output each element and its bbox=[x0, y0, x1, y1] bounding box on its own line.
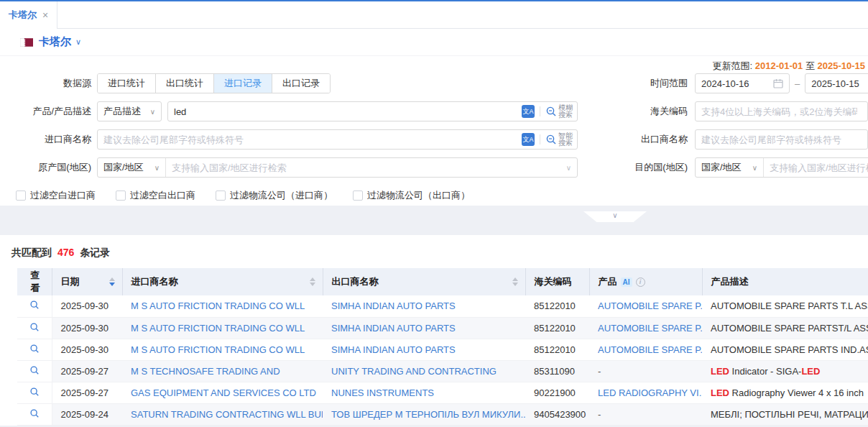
checkbox-box[interactable] bbox=[353, 190, 363, 201]
datasource-option[interactable]: 出口记录 bbox=[272, 74, 330, 93]
product-label: 产品/产品描述 bbox=[0, 105, 97, 118]
importer-link[interactable]: M S AUTO FRICTION TRADING CO WLL bbox=[131, 300, 305, 311]
sort-desc-icon[interactable] bbox=[512, 283, 518, 286]
importer-link[interactable]: M S AUTO FRICTION TRADING CO WLL bbox=[131, 323, 305, 334]
view-record-button[interactable] bbox=[29, 322, 40, 332]
origin-country-select[interactable]: 国家/地区 ∨ bbox=[98, 158, 166, 177]
sort-control[interactable] bbox=[109, 277, 115, 286]
fuzzy-search-button[interactable]: 模糊 搜索 bbox=[545, 104, 573, 119]
smart-search-button[interactable]: 智能 搜索 bbox=[545, 132, 573, 147]
product-cell: LED RADIOGRAPHY VI... bbox=[589, 382, 702, 403]
filter-checkbox[interactable]: 过滤物流公司（进口商） bbox=[216, 189, 333, 202]
dropdown-chevron-down-icon[interactable]: ∨ bbox=[566, 164, 571, 172]
destination-country-input[interactable] bbox=[764, 159, 868, 176]
view-cell bbox=[17, 339, 52, 360]
importer-link[interactable]: M S TECHNOSAFE TRADING AND bbox=[131, 366, 280, 377]
product-cell: - bbox=[589, 403, 702, 425]
product-search-input[interactable] bbox=[168, 103, 522, 120]
sort-asc-icon[interactable] bbox=[310, 277, 315, 281]
results-table-wrap: 查看日期进口商名称出口商名称海关编码产品AIi产品描述 2025-09-30M … bbox=[17, 268, 868, 426]
exporter-link[interactable]: SIMHA INDIAN AUTO PARTS bbox=[331, 344, 456, 355]
product-cell: - bbox=[589, 360, 702, 382]
view-record-button[interactable] bbox=[29, 365, 40, 375]
hs-code-cell: 90221900 bbox=[525, 382, 589, 403]
exporter-cell: SIMHA INDIAN AUTO PARTS bbox=[323, 339, 525, 360]
exporter-input[interactable] bbox=[696, 131, 863, 148]
datasource-option[interactable]: 出口统计 bbox=[156, 74, 214, 93]
filter-checkbox[interactable]: 过滤空白进口商 bbox=[16, 189, 96, 202]
product-link[interactable]: AUTOMOBILE SPARE P... bbox=[598, 300, 702, 311]
collapse-filters-button[interactable]: ∨ bbox=[583, 211, 647, 222]
view-record-button[interactable] bbox=[29, 387, 40, 397]
importer-cell: M S AUTO FRICTION TRADING CO WLL bbox=[122, 339, 323, 360]
column-header: 海关编码 bbox=[525, 268, 589, 295]
fuzzy-search-label: 模糊 搜索 bbox=[558, 104, 573, 119]
view-record-button[interactable] bbox=[29, 344, 40, 354]
sort-desc-icon[interactable] bbox=[310, 283, 315, 286]
hs-code-cell: 9405423900 bbox=[525, 403, 589, 425]
exporter-link[interactable]: NUNES INSTRUMENTS bbox=[331, 387, 434, 398]
desc-text: AUTOMOBILE SPARE PARTST/L ASSY ... bbox=[711, 323, 868, 334]
exporter-link[interactable]: UNITY TRADING AND CONTRACTING bbox=[331, 366, 497, 377]
column-label: 产品 bbox=[599, 275, 617, 288]
sort-control[interactable] bbox=[512, 277, 518, 286]
translate-icon[interactable]: 文A bbox=[522, 105, 535, 118]
importer-link[interactable]: M S AUTO FRICTION TRADING CO WLL bbox=[131, 344, 305, 355]
filter-checkbox[interactable]: 过滤空白出口商 bbox=[116, 189, 195, 202]
sort-asc-icon[interactable] bbox=[512, 277, 518, 281]
product-type-select[interactable]: 产品描述 ∨ bbox=[97, 101, 162, 121]
translate-icon[interactable]: 文A bbox=[522, 133, 535, 146]
update-range-to: 2025-10-15 bbox=[818, 60, 866, 71]
tab-qatar[interactable]: 卡塔尔 × bbox=[0, 1, 57, 29]
column-header[interactable]: 进口商名称 bbox=[122, 268, 323, 295]
exporter-link[interactable]: SIMHA INDIAN AUTO PARTS bbox=[331, 323, 456, 334]
date-cell: 2025-09-30 bbox=[52, 317, 122, 339]
destination-country-select[interactable]: 国家/地区 ∨ bbox=[696, 158, 764, 177]
hs-code-cell: 85122010 bbox=[525, 317, 589, 339]
importer-input[interactable] bbox=[98, 131, 522, 148]
origin-country-input[interactable] bbox=[166, 159, 566, 176]
importer-link[interactable]: SATURN TRADING CONTRACTING WLL BUI... bbox=[131, 409, 323, 420]
highlighted-keyword: LED bbox=[801, 366, 820, 377]
filter-checkbox-row: 过滤空白进口商过滤空白出口商过滤物流公司（进口商）过滤物流公司（出口商） bbox=[0, 185, 868, 206]
exporter-link[interactable]: ТОВ ШРЕДЕР М ТЕРНОПІЛЬ ВУЛ МИКУЛИ... bbox=[331, 409, 525, 420]
product-cell: AUTOMOBILE SPARE P... bbox=[589, 295, 702, 317]
sort-asc-icon[interactable] bbox=[109, 277, 115, 281]
product-link[interactable]: AUTOMOBILE SPARE P... bbox=[598, 344, 702, 355]
checkbox-box[interactable] bbox=[216, 190, 226, 201]
hs-code-input[interactable] bbox=[696, 103, 863, 120]
importer-cell: M S AUTO FRICTION TRADING CO WLL bbox=[122, 317, 323, 339]
view-record-button[interactable] bbox=[29, 300, 40, 310]
column-header[interactable]: 日期 bbox=[52, 268, 122, 295]
view-magnifier-icon bbox=[29, 408, 40, 418]
table-row: 2025-09-30M S AUTO FRICTION TRADING CO W… bbox=[17, 295, 868, 317]
date-from-input[interactable]: 2024-10-16 bbox=[695, 73, 790, 93]
info-icon[interactable]: i bbox=[636, 277, 645, 287]
date-cell: 2025-09-27 bbox=[52, 360, 122, 382]
sort-desc-icon[interactable] bbox=[109, 283, 115, 286]
date-from-value: 2024-10-16 bbox=[701, 78, 749, 89]
title-chevron-down-icon[interactable]: ∨ bbox=[75, 37, 81, 47]
update-range-to-word: 至 bbox=[805, 60, 815, 71]
destination-label: 目的国(地区) bbox=[629, 161, 688, 174]
sort-control[interactable] bbox=[310, 277, 315, 286]
importer-search-box: 文A 智能 搜索 bbox=[97, 129, 578, 150]
date-to-input[interactable]: 2025-10-15 bbox=[805, 73, 868, 93]
importer-link[interactable]: GAS EQUIPMENT AND SERVICES CO LTD bbox=[131, 387, 316, 398]
view-record-button[interactable] bbox=[29, 408, 40, 418]
product-link[interactable]: LED RADIOGRAPHY VI... bbox=[598, 387, 702, 398]
desc-text: AUTOMOBILE SPARE PARTS T.L ASSY ... bbox=[711, 300, 868, 311]
smart-search-label: 智能 搜索 bbox=[558, 132, 573, 147]
update-range-label: 更新范围: bbox=[713, 60, 753, 71]
hs-code-cell: 85122010 bbox=[525, 339, 589, 360]
checkbox-box[interactable] bbox=[116, 190, 126, 201]
product-desc-cell: AUTOMOBILE SPARE PARTS IND.ASS... bbox=[702, 339, 868, 360]
filter-checkbox[interactable]: 过滤物流公司（出口商） bbox=[353, 189, 470, 202]
datasource-option[interactable]: 进口统计 bbox=[98, 74, 156, 93]
tab-close-icon[interactable]: × bbox=[42, 10, 48, 20]
exporter-link[interactable]: SIMHA INDIAN AUTO PARTS bbox=[331, 300, 456, 311]
checkbox-box[interactable] bbox=[16, 190, 26, 201]
datasource-option[interactable]: 进口记录 bbox=[214, 74, 272, 93]
column-header[interactable]: 出口商名称 bbox=[323, 268, 525, 295]
product-link[interactable]: AUTOMOBILE SPARE P... bbox=[598, 323, 702, 334]
